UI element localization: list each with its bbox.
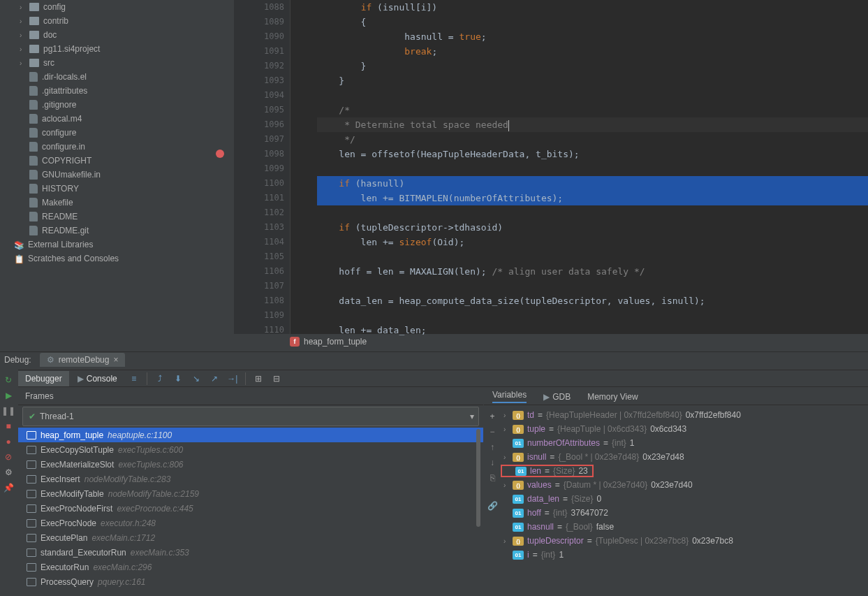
variable-row[interactable]: 01hoff = {int} 37647072 bbox=[503, 506, 862, 520]
link-icon[interactable]: 🔗 bbox=[487, 500, 498, 511]
scrollbar[interactable] bbox=[476, 429, 480, 527]
code-line[interactable]: if (tupleDescriptor->tdhasoid) bbox=[317, 220, 868, 235]
gutter-line[interactable]: 1101 bbox=[234, 191, 284, 205]
frame-item[interactable]: ExecCopySlotTuple execTuples.c:600 bbox=[18, 442, 483, 457]
view-breakpoints-icon[interactable]: ● bbox=[2, 435, 15, 448]
variable-row[interactable]: 01numberOfAttributes = {int} 1 bbox=[503, 436, 862, 450]
gutter-line[interactable]: 1094 bbox=[234, 88, 284, 103]
tree-folder[interactable]: ›src bbox=[13, 56, 233, 70]
console-tab[interactable]: ▶Console bbox=[71, 371, 124, 386]
variable-row[interactable]: ›{}tuple = {HeapTuple | 0x6cd343} 0x6cd3… bbox=[503, 422, 862, 436]
remove-watch-icon[interactable]: − bbox=[487, 426, 498, 437]
gutter-line[interactable]: 1092 bbox=[234, 59, 284, 73]
code-line[interactable]: * Determine total space needed bbox=[317, 117, 868, 132]
trace-icon[interactable]: ⊟ bbox=[271, 373, 282, 384]
debug-config-tab[interactable]: ⚙ remoteDebug × bbox=[40, 353, 126, 367]
tree-file[interactable]: HISTORY bbox=[13, 182, 233, 196]
variable-row[interactable]: 01hasnull = {_Bool} false bbox=[503, 520, 862, 534]
breakpoint-icon[interactable] bbox=[216, 150, 224, 158]
settings-icon[interactable]: ⚙ bbox=[2, 466, 15, 479]
frame-item[interactable]: ExecInsert nodeModifyTable.c:283 bbox=[18, 472, 483, 486]
tree-file[interactable]: COPYRIGHT bbox=[13, 154, 233, 168]
run-to-cursor-icon[interactable]: →| bbox=[227, 373, 238, 384]
evaluate-icon[interactable]: ⊞ bbox=[253, 373, 264, 384]
close-icon[interactable]: × bbox=[113, 355, 118, 365]
gdb-tab[interactable]: ▶GDB bbox=[543, 392, 571, 402]
code-line[interactable]: { bbox=[317, 15, 868, 29]
gutter-line[interactable]: 1103 bbox=[234, 220, 284, 235]
code-line[interactable]: } bbox=[317, 59, 868, 73]
gutter-line[interactable]: 1089 bbox=[234, 15, 284, 29]
show-execution-icon[interactable]: ⤴ bbox=[154, 373, 165, 384]
code-line[interactable] bbox=[317, 249, 868, 264]
up-icon[interactable]: ↑ bbox=[487, 442, 498, 453]
code-line[interactable]: hasnull = true; bbox=[317, 29, 868, 44]
pause-icon[interactable]: ❚❚ bbox=[2, 405, 15, 417]
variable-list[interactable]: ›{}td = {HeapTupleHeader | 0x7ffd2efbf84… bbox=[484, 405, 868, 565]
variable-row[interactable]: 01data_len = {Size} 0 bbox=[503, 492, 862, 506]
copy-icon[interactable]: ⎘ bbox=[487, 472, 498, 484]
frame-list[interactable]: heap_form_tuple heaptuple.c:1100ExecCopy… bbox=[18, 428, 483, 589]
editor-code[interactable]: if (isnull[i]) { hasnull = true; break; … bbox=[290, 0, 868, 334]
frame-item[interactable]: ExecutePlan execMain.c:1712 bbox=[18, 530, 483, 545]
code-line[interactable] bbox=[317, 88, 868, 103]
mute-breakpoints-icon[interactable]: ⊘ bbox=[2, 451, 15, 463]
chevron-right-icon[interactable]: › bbox=[503, 481, 509, 489]
gutter-line[interactable]: 1107 bbox=[234, 279, 284, 293]
variable-row[interactable]: ›{}isnull = {_Bool * | 0x23e7d48} 0x23e7… bbox=[503, 450, 862, 464]
pin-icon[interactable]: 📌 bbox=[2, 481, 15, 494]
code-line[interactable]: hoff = len = MAXALIGN(len); /* align use… bbox=[317, 264, 868, 279]
frame-item[interactable]: ExecProcNodeFirst execProcnode.c:445 bbox=[18, 501, 483, 516]
tree-folder[interactable]: ›pg11.si4project bbox=[13, 42, 233, 56]
tree-folder[interactable]: ›config bbox=[13, 0, 233, 14]
variables-tab[interactable]: Variables bbox=[492, 390, 527, 403]
variable-row[interactable]: ›{}tupleDescriptor = {TupleDesc | 0x23e7… bbox=[503, 534, 862, 548]
tree-folder[interactable]: ›doc bbox=[13, 28, 233, 42]
code-line[interactable] bbox=[317, 161, 868, 176]
external-libraries[interactable]: 📚 External Libraries bbox=[13, 238, 233, 252]
gutter-line[interactable]: 1110 bbox=[234, 323, 284, 337]
gutter-line[interactable]: 1097 bbox=[234, 132, 284, 147]
frame-item[interactable]: ExecProcNode executor.h:248 bbox=[18, 516, 483, 530]
step-over-icon[interactable]: ⬇ bbox=[172, 373, 184, 384]
code-line[interactable]: break; bbox=[317, 44, 868, 59]
resume-icon[interactable]: ▶ bbox=[2, 389, 15, 402]
chevron-right-icon[interactable]: › bbox=[503, 537, 509, 545]
step-out-icon[interactable]: ↗ bbox=[209, 373, 220, 384]
chevron-right-icon[interactable]: › bbox=[503, 453, 509, 461]
variable-row[interactable]: ›{}values = {Datum * | 0x23e7d40} 0x23e7… bbox=[503, 478, 862, 492]
gutter-line[interactable]: 1109 bbox=[234, 308, 284, 323]
gutter-line[interactable]: 1088 bbox=[234, 0, 284, 15]
code-line[interactable]: */ bbox=[317, 132, 868, 147]
gutter-line[interactable]: 1100 bbox=[234, 176, 284, 191]
scratches-consoles[interactable]: 📋 Scratches and Consoles bbox=[13, 252, 233, 266]
tree-file[interactable]: .gitignore bbox=[13, 98, 233, 112]
code-line[interactable]: /* bbox=[317, 103, 868, 117]
gutter-line[interactable]: 1098 bbox=[234, 147, 284, 161]
code-line[interactable]: } bbox=[317, 73, 868, 88]
frame-item[interactable]: standard_ExecutorRun execMain.c:353 bbox=[18, 545, 483, 560]
code-line[interactable] bbox=[317, 279, 868, 293]
tree-file[interactable]: Makefile bbox=[13, 196, 233, 210]
step-into-icon[interactable]: ↘ bbox=[191, 373, 202, 384]
variable-row[interactable]: 01len = {Size} 23 bbox=[503, 464, 862, 478]
variable-row[interactable]: 01i = {int} 1 bbox=[503, 548, 862, 562]
frame-item[interactable]: heap_form_tuple heaptuple.c:1100 bbox=[18, 428, 483, 442]
stop-icon[interactable]: ■ bbox=[2, 420, 15, 433]
tree-file[interactable]: configure.in bbox=[13, 140, 233, 154]
gutter-line[interactable]: 1105 bbox=[234, 249, 284, 264]
code-line[interactable]: if (isnull[i]) bbox=[317, 0, 868, 15]
chevron-right-icon[interactable]: › bbox=[503, 412, 509, 419]
breadcrumb[interactable]: f heap_form_tuple bbox=[290, 335, 367, 349]
code-line[interactable]: len += BITMAPLEN(numberOfAttributes); bbox=[317, 191, 868, 205]
code-line[interactable] bbox=[317, 205, 868, 220]
frame-item[interactable]: ExecutorRun execMain.c:296 bbox=[18, 560, 483, 574]
tree-file[interactable]: README bbox=[13, 210, 233, 224]
gutter-line[interactable]: 1090 bbox=[234, 29, 284, 44]
code-line[interactable]: if (hasnull) bbox=[317, 176, 868, 191]
memory-tab[interactable]: Memory View bbox=[587, 392, 638, 402]
tree-file[interactable]: .gitattributes bbox=[13, 84, 233, 98]
gutter-line[interactable]: 1096 bbox=[234, 117, 284, 132]
threads-icon[interactable]: ≡ bbox=[128, 373, 140, 384]
tree-file[interactable]: README.git bbox=[13, 224, 233, 238]
